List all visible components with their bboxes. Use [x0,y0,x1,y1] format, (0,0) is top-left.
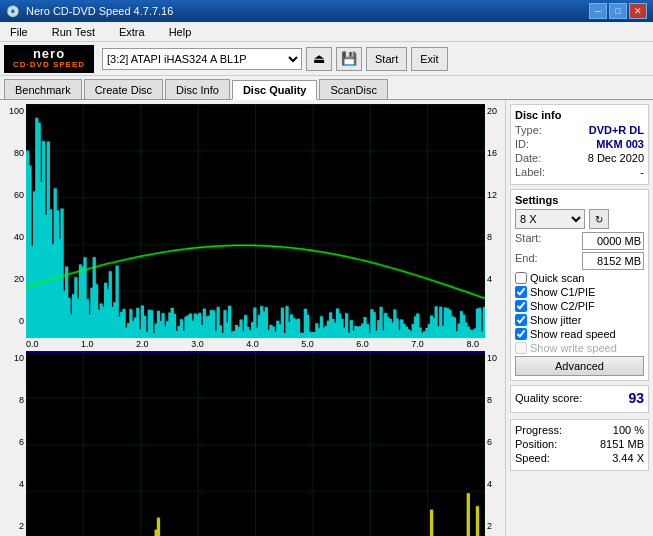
menu-extra[interactable]: Extra [113,24,151,40]
tabs: Benchmark Create Disc Disc Info Disc Qua… [0,76,653,100]
top-chart-y-right: 201612840 [485,104,501,338]
charts-area: 100806040200 201612840 0.01.02.03.04.05.… [0,100,505,536]
tab-scan-disc[interactable]: ScanDisc [319,79,387,99]
show-c1-row: Show C1/PIE [515,286,644,298]
show-read-speed-row: Show read speed [515,328,644,340]
app-icon: 💿 [6,5,20,18]
tab-disc-quality[interactable]: Disc Quality [232,80,318,100]
top-chart [26,104,485,338]
show-write-speed-checkbox [515,342,527,354]
close-button[interactable]: ✕ [629,3,647,19]
speed-select[interactable]: 8 X 4 X 2 X [515,209,585,229]
advanced-button[interactable]: Advanced [515,356,644,376]
quality-score-row: Quality score: 93 [515,390,644,406]
quality-score-section: Quality score: 93 [510,385,649,413]
show-write-speed-row: Show write speed [515,342,644,354]
disc-label-row: Label: - [515,166,644,178]
refresh-button[interactable]: ↻ [589,209,609,229]
minimize-button[interactable]: ─ [589,3,607,19]
quick-scan-checkbox[interactable] [515,272,527,284]
end-input[interactable] [582,252,644,270]
disc-date-row: Date: 8 Dec 2020 [515,152,644,164]
nero-logo: nero CD·DVD SPEED [4,45,94,73]
speed-row: 8 X 4 X 2 X ↻ [515,209,644,229]
exit-button[interactable]: Exit [411,47,447,71]
menu-help[interactable]: Help [163,24,198,40]
tab-benchmark[interactable]: Benchmark [4,79,82,99]
eject-icon[interactable]: ⏏ [306,47,332,71]
disc-id-row: ID: MKM 003 [515,138,644,150]
disc-type-row: Type: DVD+R DL [515,124,644,136]
start-input[interactable] [582,232,644,250]
maximize-button[interactable]: □ [609,3,627,19]
bottom-chart [26,351,485,536]
side-panel: Disc info Type: DVD+R DL ID: MKM 003 Dat… [505,100,653,536]
main-content: 100806040200 201612840 0.01.02.03.04.05.… [0,100,653,536]
menu-run-test[interactable]: Run Test [46,24,101,40]
show-c2-row: Show C2/PIF [515,300,644,312]
show-c1pie-checkbox[interactable] [515,286,527,298]
progress-row: Progress: 100 % [515,424,644,436]
menu-bar: File Run Test Extra Help [0,22,653,42]
show-read-speed-checkbox[interactable] [515,328,527,340]
title-bar-text: Nero CD-DVD Speed 4.7.7.16 [26,5,173,17]
title-bar: 💿 Nero CD-DVD Speed 4.7.7.16 ─ □ ✕ [0,0,653,22]
start-row: Start: [515,232,644,250]
quick-scan-row: Quick scan [515,272,644,284]
speed-row: Speed: 3.44 X [515,452,644,464]
show-c2pif-checkbox[interactable] [515,300,527,312]
top-chart-y-left: 100806040200 [4,104,26,338]
toolbar: nero CD·DVD SPEED [3:2] ATAPI iHAS324 A … [0,42,653,76]
start-button[interactable]: Start [366,47,407,71]
save-icon[interactable]: 💾 [336,47,362,71]
title-bar-controls: ─ □ ✕ [589,3,647,19]
bottom-chart-y-left: 1086420 [4,351,26,536]
settings-section: Settings 8 X 4 X 2 X ↻ Start: End: Quick… [510,189,649,381]
tab-disc-info[interactable]: Disc Info [165,79,230,99]
title-bar-left: 💿 Nero CD-DVD Speed 4.7.7.16 [6,5,173,18]
show-jitter-row: Show jitter [515,314,644,326]
position-row: Position: 8151 MB [515,438,644,450]
progress-section: Progress: 100 % Position: 8151 MB Speed:… [510,419,649,471]
menu-file[interactable]: File [4,24,34,40]
show-jitter-checkbox[interactable] [515,314,527,326]
tab-create-disc[interactable]: Create Disc [84,79,163,99]
disc-info-section: Disc info Type: DVD+R DL ID: MKM 003 Dat… [510,104,649,185]
drive-select[interactable]: [3:2] ATAPI iHAS324 A BL1P [102,48,302,70]
bottom-chart-y-right: 1086420 [485,351,501,536]
end-row: End: [515,252,644,270]
top-chart-x: 0.01.02.03.04.05.06.07.08.0 [4,338,501,349]
